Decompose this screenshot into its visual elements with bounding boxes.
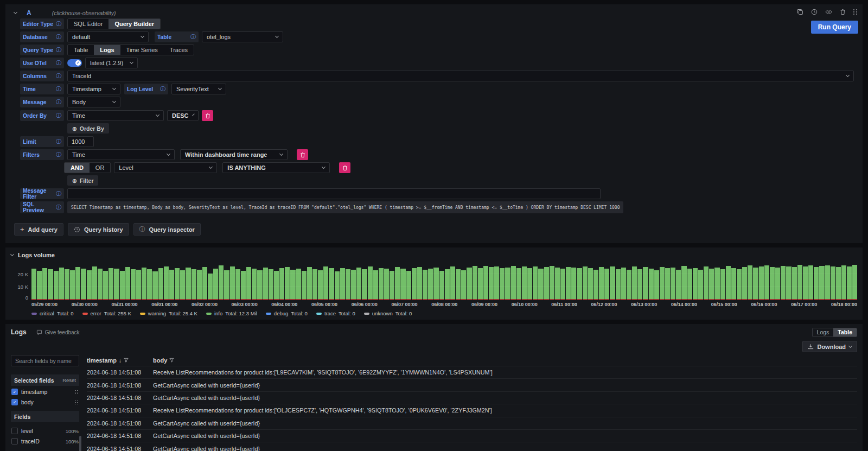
filter2-operator-select[interactable]: IS ANYTHING — [222, 162, 330, 173]
volume-bar — [489, 267, 494, 300]
filter-funnel-icon[interactable] — [124, 357, 129, 364]
x-tick-label: 05/29 00:00 — [31, 302, 58, 307]
sort-desc-icon[interactable]: ↓ — [119, 358, 122, 364]
log-level-select[interactable]: SeverityText — [171, 84, 226, 94]
legend-item-debug[interactable]: debugTotal: 0 — [266, 310, 308, 316]
delete-query-icon[interactable] — [840, 9, 846, 15]
query-history-button[interactable]: Query history — [68, 223, 129, 236]
query-type-logs[interactable]: Logs — [94, 45, 120, 55]
filter-and-option[interactable]: AND — [65, 163, 90, 173]
field-checkbox[interactable]: ✓ — [11, 389, 18, 395]
filter2-field-select[interactable]: Level — [114, 162, 217, 173]
log-table-row: 2024-06-18 14:51:08GetCartAsync called w… — [87, 417, 857, 429]
timestamp-column-header[interactable]: timestamp — [87, 357, 117, 364]
info-icon[interactable]: ⓘ — [56, 85, 61, 93]
order-by-direction-select[interactable]: DESC — [167, 110, 199, 121]
editor-type-sql-editor[interactable]: SQL Editor — [68, 19, 108, 29]
log-table-row: 2024-06-18 14:51:08GetCartAsync called w… — [87, 378, 857, 391]
field-checkbox[interactable]: ✓ — [11, 399, 18, 405]
run-query-button[interactable]: Run Query — [811, 21, 858, 34]
search-fields-input[interactable] — [11, 355, 79, 366]
message-column-select[interactable]: Body — [67, 97, 120, 107]
volume-bar — [654, 270, 659, 300]
selected-fields-heading: Selected fields — [14, 377, 54, 384]
info-icon[interactable]: ⓘ — [56, 204, 61, 211]
chevron-down-icon — [322, 165, 326, 169]
legend-item-critical[interactable]: criticalTotal: 0 — [31, 310, 74, 316]
info-icon[interactable]: ⓘ — [56, 72, 61, 80]
add-order-by-button[interactable]: ⊕Order By — [67, 123, 109, 134]
query-type-traces[interactable]: Traces — [164, 45, 194, 55]
info-icon[interactable]: ⓘ — [56, 138, 61, 145]
view-toggle-logs[interactable]: Logs — [813, 328, 834, 336]
table-select[interactable]: otel_logs — [202, 31, 283, 42]
editor-type-query-builder[interactable]: Query Builder — [108, 19, 160, 29]
filter-or-option[interactable]: OR — [90, 163, 111, 173]
drag-handle-icon[interactable] — [853, 9, 857, 15]
add-query-button[interactable]: +Add query — [14, 223, 63, 236]
legend-item-warning[interactable]: warningTotal: 25.4 K — [140, 310, 197, 316]
info-icon[interactable]: ⓘ — [56, 112, 61, 119]
drag-handle-icon[interactable] — [75, 390, 79, 394]
info-icon[interactable]: ⓘ — [56, 33, 61, 41]
legend-swatch — [364, 313, 369, 315]
add-filter-button[interactable]: ⊕Filter — [67, 175, 98, 186]
use-otel-toggle[interactable]: ✓ — [67, 59, 82, 67]
reset-fields-button[interactable]: Reset — [62, 377, 76, 383]
field-checkbox[interactable] — [11, 428, 18, 434]
limit-input[interactable] — [67, 136, 94, 147]
query-inspector-button[interactable]: ⓘQuery inspector — [133, 223, 201, 236]
collapse-chevron-icon[interactable] — [14, 10, 17, 14]
info-icon[interactable]: ⓘ — [56, 190, 61, 198]
history-clock-icon — [74, 226, 80, 233]
hide-response-eye-icon[interactable] — [825, 9, 832, 15]
query-type-time-series[interactable]: Time Series — [120, 45, 164, 55]
remove-filter1-button[interactable] — [297, 149, 308, 160]
otel-version-select[interactable]: latest (1.2.9) — [85, 58, 138, 68]
columns-multiselect[interactable]: TraceId — [67, 71, 854, 81]
field-checkbox[interactable] — [11, 438, 18, 444]
drag-handle-icon[interactable] — [75, 401, 79, 404]
x-tick-label: 06/05 00:00 — [311, 302, 337, 307]
panel-collapse-chevron-icon[interactable] — [10, 252, 14, 256]
log-body-cell: Receive ListRecommendations for product … — [153, 369, 857, 376]
view-toggle-table[interactable]: Table — [833, 328, 857, 336]
info-icon[interactable]: ⓘ — [56, 46, 61, 54]
filter-funnel-icon[interactable] — [169, 357, 174, 364]
legend-item-error[interactable]: errorTotal: 255 K — [82, 310, 131, 316]
volume-bar — [792, 267, 797, 300]
legend-item-unknown[interactable]: unknownTotal: 0 — [364, 310, 412, 316]
volume-bar — [241, 271, 246, 300]
filter1-operator-select[interactable]: Within dashboard time range — [180, 149, 288, 160]
remove-filter2-button[interactable] — [339, 162, 350, 173]
log-body-cell: GetCartAsync called with userId={userId} — [153, 433, 857, 439]
info-icon[interactable]: ⓘ — [56, 59, 61, 67]
info-icon[interactable]: ⓘ — [56, 98, 61, 106]
filter1-field-select[interactable]: Time — [67, 149, 175, 160]
message-filter-input[interactable] — [67, 188, 601, 199]
time-column-select[interactable]: Timestamp — [67, 84, 120, 94]
x-tick-label: 06/17 00:00 — [791, 302, 817, 307]
info-icon[interactable]: ⓘ — [190, 33, 196, 41]
volume-bar — [274, 271, 279, 300]
info-icon[interactable]: ⓘ — [56, 151, 61, 158]
info-icon[interactable]: ⓘ — [160, 85, 165, 93]
download-button[interactable]: Download — [802, 341, 857, 352]
info-icon[interactable]: ⓘ — [56, 20, 61, 28]
volume-bar — [731, 268, 736, 300]
legend-item-trace[interactable]: traceTotal: 0 — [316, 310, 355, 316]
database-select[interactable]: default — [67, 31, 149, 42]
chevron-down-icon — [192, 113, 195, 116]
order-by-field-select[interactable]: Time — [67, 110, 164, 121]
query-history-icon[interactable] — [811, 9, 818, 15]
legend-item-info[interactable]: infoTotal: 12.3 Mil — [206, 310, 257, 316]
volume-bar — [511, 266, 516, 300]
give-feedback-button[interactable]: Give feedback — [36, 329, 80, 335]
chevron-down-icon — [279, 152, 283, 156]
duplicate-query-icon[interactable] — [797, 9, 803, 15]
body-column-header[interactable]: body — [153, 357, 167, 364]
query-type-table[interactable]: Table — [68, 45, 94, 55]
sidebar-scrollbar[interactable] — [79, 436, 81, 451]
x-tick-label: 06/15 00:00 — [711, 302, 737, 307]
remove-order-by-button[interactable] — [202, 110, 213, 121]
